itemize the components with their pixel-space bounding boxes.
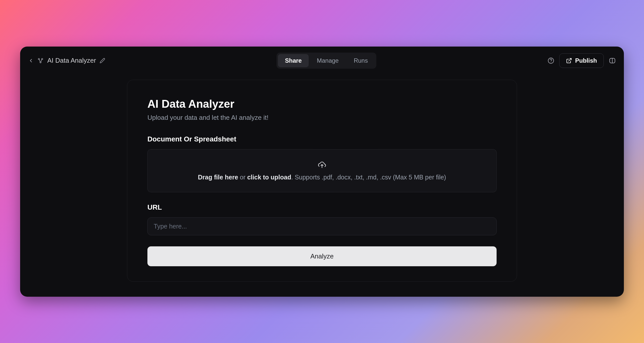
main-card: AI Data Analyzer Upload your data and le… [127, 80, 517, 282]
page-subtitle: Upload your data and let the AI analyze … [147, 114, 497, 122]
help-button[interactable] [548, 57, 554, 64]
workflow-icon [37, 57, 44, 64]
dropzone-or-text: or [238, 174, 247, 181]
tab-manage[interactable]: Manage [310, 54, 346, 67]
topbar: AI Data Analyzer Share Manage Runs Publi… [20, 47, 624, 75]
url-section-label: URL [147, 203, 497, 211]
topbar-left: AI Data Analyzer [28, 57, 105, 64]
chevron-left-icon [28, 58, 34, 63]
page-title: AI Data Analyzer [147, 98, 497, 110]
panel-toggle-button[interactable] [609, 57, 616, 64]
topbar-right: Publish [548, 53, 616, 68]
tabs: Share Manage Runs [276, 53, 376, 69]
content-area: AI Data Analyzer Upload your data and le… [20, 75, 624, 297]
dropzone-click-text: click to upload [247, 174, 291, 181]
publish-button[interactable]: Publish [559, 53, 604, 68]
upload-cloud-icon [317, 161, 327, 169]
dropzone-supports-text: . Supports .pdf, .docx, .txt, .md, .csv … [291, 174, 446, 181]
dropzone-drag-text: Drag file here [198, 174, 238, 181]
publish-label: Publish [575, 57, 597, 64]
svg-line-5 [569, 58, 571, 61]
tab-share[interactable]: Share [278, 54, 309, 67]
external-link-icon [566, 58, 572, 64]
app-title: AI Data Analyzer [47, 57, 96, 64]
dropzone-text: Drag file here or click to upload. Suppo… [198, 174, 446, 181]
app-window: AI Data Analyzer Share Manage Runs Publi… [20, 47, 624, 297]
url-input[interactable] [147, 217, 497, 235]
back-button[interactable] [28, 58, 34, 63]
tab-runs[interactable]: Runs [347, 54, 375, 67]
analyze-button[interactable]: Analyze [147, 246, 497, 266]
document-section-label: Document Or Spreadsheet [147, 135, 497, 143]
panel-icon [609, 57, 616, 64]
edit-title-button[interactable] [100, 58, 105, 63]
help-circle-icon [548, 57, 554, 64]
file-dropzone[interactable]: Drag file here or click to upload. Suppo… [147, 149, 497, 192]
pencil-icon [100, 58, 105, 63]
